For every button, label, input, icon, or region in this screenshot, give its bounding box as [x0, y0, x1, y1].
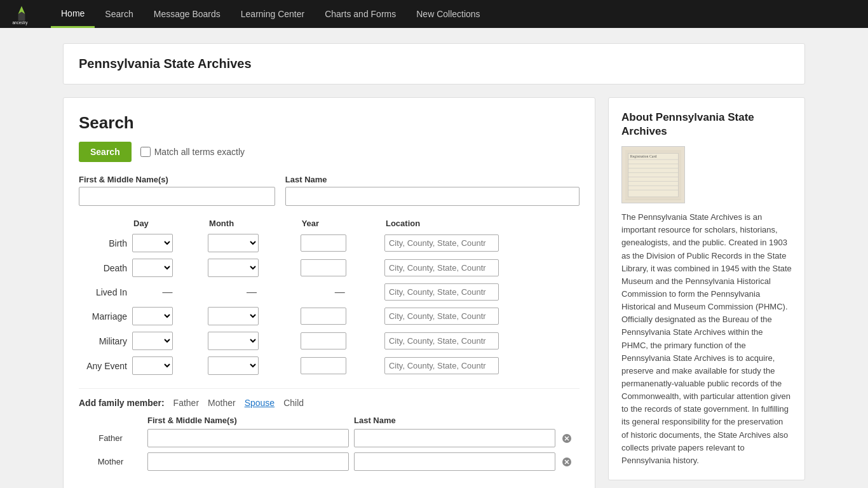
month-select-any-event[interactable]: JanFebMarAprMayJunJulAugSepOctNovDec: [208, 356, 259, 375]
family-add-section: Add family member: Father Mother Spouse …: [79, 388, 580, 471]
match-exact-checkbox[interactable]: [140, 147, 151, 157]
row-label-any-event: Any Event: [79, 353, 130, 378]
match-exact-label[interactable]: Match all terms exactly: [140, 147, 245, 157]
ancestry-logo-icon: ancestry: [10, 3, 33, 25]
family-link-mother[interactable]: Mother: [208, 398, 236, 408]
col-day: Day: [130, 216, 205, 231]
page-title: Pennsylvania State Archives: [79, 57, 789, 71]
search-panel: Search Search Match all terms exactly Fi…: [63, 97, 595, 488]
row-label-marriage: Marriage: [79, 304, 130, 329]
family-col-last: Last Name: [354, 416, 555, 425]
nav-item-learning-center[interactable]: Learning Center: [231, 0, 315, 28]
search-button[interactable]: Search: [79, 142, 132, 162]
family-row-father: Father: [79, 429, 580, 447]
title-card: Pennsylvania State Archives: [63, 43, 805, 85]
family-col-first: First & Middle Name(s): [147, 416, 349, 425]
main-nav: ancestry Home Search Message Boards Lear…: [0, 0, 868, 28]
day-select-death[interactable]: 1234567891011121314151617181920212223242…: [132, 259, 173, 277]
last-name-group: Last Name: [285, 175, 580, 206]
family-table-header: First & Middle Name(s) Last Name: [79, 416, 580, 425]
family-mother-label: Mother: [79, 457, 142, 466]
archive-thumbnail-inner: Registration Card: [625, 150, 681, 200]
family-father-last-input[interactable]: [354, 429, 555, 447]
day-select-military[interactable]: 1234567891011121314151617181920212223242…: [132, 332, 173, 350]
location-input-any-event[interactable]: [384, 357, 499, 374]
family-link-child[interactable]: Child: [283, 398, 304, 408]
col-month: Month: [205, 216, 298, 231]
col-year: Year: [298, 216, 382, 231]
family-link-spouse[interactable]: Spouse: [245, 398, 275, 408]
last-name-label: Last Name: [285, 175, 580, 184]
row-label-birth: Birth: [79, 231, 130, 255]
about-heading: About Pennsylvania State Archives: [621, 111, 792, 139]
family-table: First & Middle Name(s) Last Name Father: [79, 416, 580, 471]
year-input-marriage[interactable]: [301, 308, 346, 325]
nav-item-message-boards[interactable]: Message Boards: [144, 0, 231, 28]
row-label-death: Death: [79, 255, 130, 280]
year-input-military[interactable]: [301, 332, 346, 349]
family-add-label: Add family member:: [79, 398, 165, 408]
nav-item-search[interactable]: Search: [95, 0, 143, 28]
month-select-marriage[interactable]: JanFebMarAprMayJunJulAugSepOctNovDec: [208, 307, 259, 325]
month-select-military[interactable]: JanFebMarAprMayJunJulAugSepOctNovDec: [208, 332, 259, 350]
day-select-birth[interactable]: 1234567891011121314151617181920212223242…: [132, 234, 173, 252]
month-select-death[interactable]: JanFebMarAprMayJunJulAugSepOctNovDec: [208, 259, 259, 277]
family-mother-delete-icon[interactable]: [560, 456, 573, 468]
last-name-input[interactable]: [285, 187, 580, 206]
family-father-label: Father: [79, 433, 142, 443]
row-label-military: Military: [79, 329, 130, 353]
year-input-death[interactable]: [301, 259, 346, 276]
search-top-bar: Search Match all terms exactly: [79, 142, 580, 162]
date-grid: Day Month Year Location Birth12345678910…: [79, 216, 580, 378]
family-row-mother: Mother: [79, 452, 580, 471]
nav-links: Home Search Message Boards Learning Cent…: [51, 0, 491, 28]
first-middle-input[interactable]: [79, 187, 275, 206]
family-father-first-input[interactable]: [147, 429, 349, 447]
family-father-delete-icon[interactable]: [560, 432, 573, 445]
row-label-lived-in: Lived In: [79, 280, 130, 304]
day-select-any-event[interactable]: 1234567891011121314151617181920212223242…: [132, 356, 173, 375]
about-card: About Pennsylvania State Archives: [608, 97, 805, 480]
month-select-birth[interactable]: JanFebMarAprMayJunJulAugSepOctNovDec: [208, 234, 259, 252]
location-input-death[interactable]: [384, 259, 499, 276]
sidebar: About Pennsylvania State Archives: [608, 97, 805, 480]
location-input-marriage[interactable]: [384, 308, 499, 325]
svg-text:ancestry: ancestry: [13, 20, 29, 25]
first-middle-label: First & Middle Name(s): [79, 175, 275, 184]
nav-item-charts-forms[interactable]: Charts and Forms: [315, 0, 406, 28]
nav-item-new-collections[interactable]: New Collections: [406, 0, 490, 28]
family-mother-last-input[interactable]: [354, 452, 555, 471]
family-link-father[interactable]: Father: [173, 398, 199, 408]
location-input-lived-in[interactable]: [384, 283, 499, 301]
about-body: The Pennsylvania State Archives is an im…: [621, 211, 792, 467]
search-heading: Search: [79, 113, 580, 133]
year-input-any-event[interactable]: [301, 357, 346, 374]
svg-rect-11: [628, 153, 678, 197]
col-location: Location: [382, 216, 580, 231]
svg-text:Registration Card: Registration Card: [630, 154, 657, 158]
day-select-marriage[interactable]: 1234567891011121314151617181920212223242…: [132, 307, 173, 325]
name-fields: First & Middle Name(s) Last Name: [79, 175, 580, 206]
location-input-birth[interactable]: [384, 234, 499, 252]
family-mother-first-input[interactable]: [147, 452, 349, 471]
nav-item-home[interactable]: Home: [51, 0, 95, 28]
first-middle-name-group: First & Middle Name(s): [79, 175, 275, 206]
year-input-birth[interactable]: [301, 234, 346, 252]
archive-thumbnail: Registration Card: [621, 146, 685, 203]
family-add-header: Add family member: Father Mother Spouse …: [79, 398, 580, 408]
logo[interactable]: ancestry: [10, 3, 36, 25]
location-input-military[interactable]: [384, 332, 499, 349]
